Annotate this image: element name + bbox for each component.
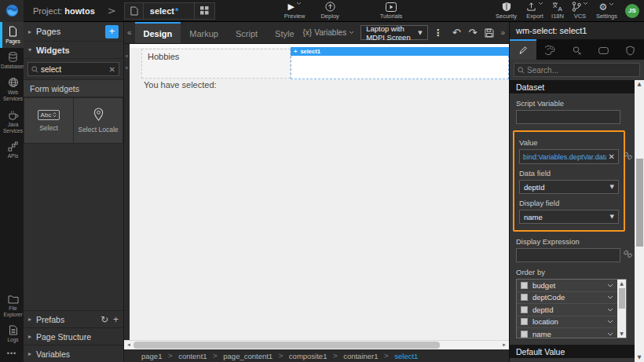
dataset-section-header[interactable]: Dataset	[510, 80, 635, 93]
security-button[interactable]: Security	[496, 2, 517, 20]
breadcrumb-item[interactable]: page1	[141, 352, 162, 360]
pages-section-header[interactable]: ▸ Pages +	[24, 22, 123, 42]
widget-tile-select-locale[interactable]: Select Locale	[74, 98, 123, 143]
chevron-down-icon[interactable]	[607, 283, 613, 287]
collapse-left-panel-icon[interactable]: «	[124, 28, 135, 37]
scroll-down-arrow[interactable]: ▼	[635, 353, 644, 362]
scroll-down-arrow[interactable]: ▼	[617, 330, 626, 338]
scroll-up-arrow[interactable]: ▲	[635, 80, 644, 89]
breadcrumb-item[interactable]: content1	[178, 352, 207, 360]
chevron-down-icon[interactable]	[607, 332, 613, 336]
select-widget-body[interactable]	[291, 56, 509, 79]
undo-icon[interactable]: ↶	[448, 27, 465, 38]
clear-binding-icon[interactable]: ✕	[609, 152, 615, 161]
tab-security[interactable]	[617, 39, 644, 60]
sidebar-item-apis[interactable]: APIs	[0, 137, 24, 163]
chevron-down-icon[interactable]	[607, 320, 613, 324]
export-button[interactable]: Export	[526, 2, 543, 20]
bind-link-icon[interactable]	[624, 250, 632, 258]
default-value-section-header[interactable]: Default Value	[510, 345, 635, 358]
scroll-right-arrow[interactable]: ▸	[499, 341, 509, 349]
property-search-input[interactable]	[527, 66, 636, 75]
chevron-down-icon[interactable]	[607, 295, 613, 299]
scroll-left-arrow[interactable]: ◂	[124, 341, 134, 349]
add-page-button[interactable]: +	[105, 25, 119, 38]
value-bind-input[interactable]: bind:Variables.deptVar.dataSet ✕	[519, 149, 619, 164]
variables-section-header[interactable]: ▸ Variables	[24, 345, 123, 362]
user-avatar[interactable]: JS	[625, 4, 639, 18]
sidebar-item-file-explorer[interactable]: File Explorer	[0, 291, 24, 321]
design-canvas[interactable]: «« Hobbies + select1 You have selected:	[124, 44, 509, 340]
vcs-button[interactable]: VCS	[572, 2, 588, 20]
checkbox-unchecked[interactable]	[521, 282, 528, 289]
kebab-menu-icon[interactable]: ⋮	[428, 27, 448, 38]
tutorials-button[interactable]: Tutorials	[380, 2, 402, 20]
order-by-option-location[interactable]: location	[517, 316, 617, 329]
properties-scrollbar[interactable]: ▲ ▼	[635, 80, 644, 362]
wavemaker-logo[interactable]	[0, 0, 24, 22]
open-page-tab[interactable]: select*	[124, 2, 215, 20]
grid-view-icon[interactable]	[194, 3, 214, 19]
prefabs-section-header[interactable]: ▸ Prefabs ↻ +	[24, 310, 123, 327]
selection-header[interactable]: + select1	[291, 47, 509, 56]
checkbox-unchecked[interactable]	[521, 331, 528, 338]
save-icon[interactable]	[481, 28, 498, 38]
breadcrumb-item-active[interactable]: select1	[394, 352, 418, 360]
order-by-option-deptid[interactable]: deptId	[517, 304, 617, 316]
device-selector-dropdown[interactable]: Laptop with MDPI Screen ▼	[360, 25, 427, 40]
order-by-option-name[interactable]: name	[517, 328, 617, 338]
display-field-select[interactable]: name ▼	[519, 210, 619, 224]
add-prefab-icon[interactable]: +	[113, 314, 119, 325]
tab-device[interactable]	[591, 39, 617, 60]
collapse-right-panel-icon[interactable]: »	[498, 28, 509, 37]
canvas-caption-label[interactable]: Hobbies	[141, 49, 291, 79]
checkbox-unchecked[interactable]	[521, 306, 528, 313]
checkbox-unchecked[interactable]	[521, 318, 528, 325]
scrollbar-thumb[interactable]	[619, 288, 625, 309]
bind-link-icon[interactable]	[624, 152, 632, 160]
scroll-up-arrow[interactable]: ▲	[617, 280, 626, 287]
breadcrumb-item[interactable]: container1	[343, 352, 378, 360]
order-by-option-budget[interactable]: budget	[517, 280, 617, 292]
order-by-scrollbar[interactable]: ▲ ▼	[617, 280, 626, 338]
order-by-option-deptcode[interactable]: deptCode	[517, 292, 617, 305]
variables-menu[interactable]: {x} Variables	[303, 28, 355, 37]
widget-tile-select[interactable]: Abc Select	[24, 98, 73, 143]
sidebar-item-pages[interactable]: Pages	[0, 22, 24, 48]
checkbox-unchecked[interactable]	[521, 294, 528, 301]
more-options-icon[interactable]: •••	[0, 346, 24, 362]
sidebar-item-logs[interactable]: Logs	[0, 321, 24, 346]
sidebar-item-databases[interactable]: Databases	[0, 48, 24, 73]
settings-button[interactable]: ⚙ Settings	[596, 2, 617, 20]
page-structure-section-header[interactable]: ▸ Page Structure	[24, 327, 123, 345]
tab-script[interactable]: Script	[227, 22, 266, 43]
widgets-section-header[interactable]: ▾ Widgets	[24, 42, 123, 59]
canvas-horizontal-scrollbar[interactable]: ◂ ▸	[124, 340, 509, 349]
tab-styles[interactable]	[536, 39, 563, 60]
chevron-down-icon[interactable]	[607, 308, 613, 312]
tab-style[interactable]: Style	[266, 22, 302, 43]
script-variable-input[interactable]	[516, 110, 620, 124]
redo-icon[interactable]: ↷	[465, 27, 481, 38]
i18n-button[interactable]: A I18N	[551, 2, 564, 20]
scrollbar-thumb[interactable]	[134, 342, 440, 349]
selected-select-widget[interactable]: + select1	[291, 47, 509, 79]
move-handle-icon[interactable]: +	[294, 48, 297, 55]
breadcrumb-item[interactable]: page_content1	[223, 352, 273, 360]
preview-button[interactable]: ▶ Preview	[284, 2, 306, 20]
widget-search-input[interactable]	[41, 65, 109, 74]
sidebar-item-java-services[interactable]: Java Services	[0, 106, 24, 137]
clear-search-icon[interactable]: ✕	[109, 65, 115, 74]
refresh-icon[interactable]: ↻	[101, 314, 108, 325]
tab-design[interactable]: Design	[135, 22, 181, 43]
canvas-left-gutter[interactable]: ««	[124, 44, 130, 340]
breadcrumb-item[interactable]: composite1	[289, 352, 327, 360]
tab-properties[interactable]	[510, 39, 536, 60]
deploy-button[interactable]: Deploy	[320, 2, 338, 20]
scrollbar-thumb[interactable]	[636, 159, 643, 247]
tab-markup[interactable]: Markup	[181, 22, 227, 43]
data-field-select[interactable]: deptId ▼	[519, 180, 619, 194]
sidebar-item-web-services[interactable]: Web Services	[0, 73, 24, 105]
display-expression-input[interactable]	[516, 248, 620, 262]
tab-events[interactable]	[563, 39, 590, 60]
